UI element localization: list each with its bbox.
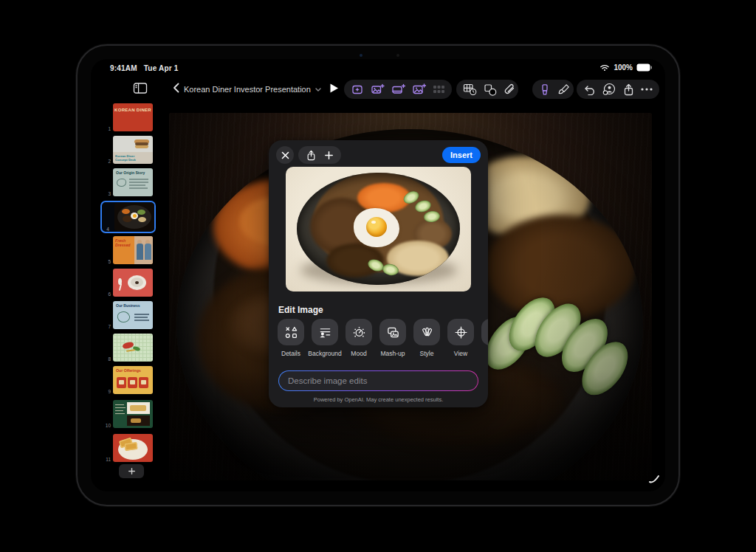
background-icon[interactable] (312, 319, 338, 345)
title-dropdown-chevron-icon (315, 88, 321, 92)
sketch-art (117, 310, 131, 323)
battery-icon (636, 63, 652, 72)
slide-number: 4 (103, 227, 112, 232)
yolk-highlight (371, 221, 376, 224)
slide-thumbnail-2[interactable]: Korean Diner Concept Deck (113, 136, 153, 164)
sidebar-toggle-icon[interactable] (132, 80, 148, 96)
marker-icon[interactable] (539, 81, 551, 97)
slide-number: 10 (91, 423, 111, 428)
document-title[interactable]: Korean Diner Investor Presentation (184, 80, 321, 99)
paperclip-icon[interactable] (504, 81, 515, 97)
blob (122, 209, 130, 214)
fried-egg-art (354, 208, 399, 247)
slide-thumbnail-6[interactable] (113, 269, 153, 297)
slide-thumbnail-11[interactable] (113, 434, 153, 462)
slide-row-8: 8 (91, 334, 169, 362)
status-time: 9:41AM (110, 64, 137, 72)
close-icon[interactable] (276, 146, 294, 164)
image-edit-panel: Insert (269, 140, 488, 407)
screenshot-stage: 9:41AM Tue Apr 1 100% (0, 0, 756, 552)
add-icon[interactable] (325, 151, 333, 159)
insert-button[interactable]: Insert (442, 147, 481, 163)
offer-card (128, 377, 137, 388)
slide-thumbnail-3[interactable]: Our Origin Story (113, 168, 153, 196)
back-chevron-icon[interactable] (168, 80, 184, 96)
more-ellipsis-icon[interactable] (641, 81, 653, 97)
slide-thumbnail-8[interactable] (113, 334, 153, 362)
tool-label: View (444, 350, 478, 357)
tool-background[interactable]: Background (308, 319, 342, 357)
tool-label: Background (308, 350, 342, 357)
ai-image-add-icon[interactable] (371, 81, 385, 97)
clipped-tool-icon[interactable] (481, 319, 488, 345)
slide-7-title: Our Business (116, 303, 140, 308)
text-line (115, 404, 124, 405)
ipad-device-frame: 9:41AM Tue Apr 1 100% (76, 44, 680, 506)
text-line (134, 320, 149, 321)
slide-number: 1 (91, 126, 111, 131)
slide-thumbnail-9[interactable]: Our Offerings (113, 366, 153, 394)
slide-row-10: 10 (91, 400, 169, 428)
sketch-art (117, 179, 126, 187)
menu-photo (127, 415, 150, 426)
insert-button-label: Insert (450, 151, 472, 159)
collaborate-icon[interactable] (602, 81, 616, 97)
tool-mood[interactable]: Mood (342, 319, 376, 357)
slide-thumbnail-4-selected[interactable] (114, 203, 154, 231)
egg-yolk (366, 217, 387, 237)
details-icon[interactable] (278, 319, 304, 345)
slide-number: 11 (91, 457, 111, 462)
tool-mashup[interactable]: Mash-up (376, 319, 410, 357)
tool-details[interactable]: Details (274, 319, 308, 357)
undo-icon[interactable] (583, 81, 596, 97)
tool-view[interactable]: View (444, 319, 478, 357)
tool-clipped[interactable]: A (478, 319, 488, 357)
text-line (129, 182, 148, 183)
slide-thumbnail-1[interactable]: KOREAN DINER (113, 103, 153, 131)
brush-icon[interactable] (557, 81, 570, 97)
battery-percent: 100% (614, 63, 633, 72)
text-line (134, 314, 149, 315)
app-toolbar: Korean Diner Investor Presentation (91, 77, 665, 102)
slide-row-6: 6 (91, 269, 169, 297)
add-slide-button[interactable] (119, 464, 144, 478)
toolbar-group-actions (577, 80, 659, 99)
burger-art (134, 139, 149, 149)
slide-row-11: 11 (91, 434, 169, 462)
text-line (129, 179, 148, 180)
tool-style[interactable]: Style (410, 319, 444, 357)
text-line (115, 413, 125, 414)
generated-image-preview[interactable] (286, 167, 471, 291)
text-line (115, 410, 123, 411)
document-title-text: Korean Diner Investor Presentation (184, 85, 311, 94)
style-icon[interactable] (413, 319, 440, 345)
edit-prompt-input[interactable] (279, 371, 478, 390)
shapes-icon[interactable] (484, 81, 497, 97)
slide-number: 7 (91, 324, 111, 329)
camera-sensor (396, 54, 399, 57)
play-icon[interactable] (326, 80, 342, 96)
front-camera (360, 54, 362, 57)
ai-box-spark-icon[interactable] (351, 81, 364, 97)
openai-disclaimer: Powered by OpenAI. May create unexpected… (269, 396, 488, 403)
mini-yolk (133, 214, 137, 218)
slide-thumbnail-5[interactable]: Fresh Dressed (113, 236, 153, 264)
slide-thumbnail-7[interactable]: Our Business (113, 301, 153, 329)
slide-number: 6 (91, 291, 111, 297)
slide-number: 2 (91, 159, 111, 164)
slide-thumbnail-10[interactable] (113, 400, 153, 428)
export-icon[interactable] (306, 150, 316, 161)
ai-slide-add-icon[interactable] (391, 81, 405, 97)
selected-slide-wrapper[interactable]: 4 (100, 201, 156, 233)
edit-image-section-title: Edit Image (278, 305, 323, 315)
slide-row-1: 1 KOREAN DINER (91, 103, 169, 131)
share-icon[interactable] (622, 81, 634, 97)
mashup-icon[interactable] (379, 319, 406, 345)
grid-icon-disabled (433, 81, 445, 97)
chart-clock-icon[interactable] (463, 81, 477, 97)
tool-label: Mash-up (376, 350, 410, 357)
view-icon[interactable] (447, 319, 474, 345)
slide-row-5: 5 Fresh Dressed (91, 236, 169, 264)
ai-photo-add-icon[interactable] (412, 81, 426, 97)
mood-icon[interactable] (346, 319, 372, 345)
